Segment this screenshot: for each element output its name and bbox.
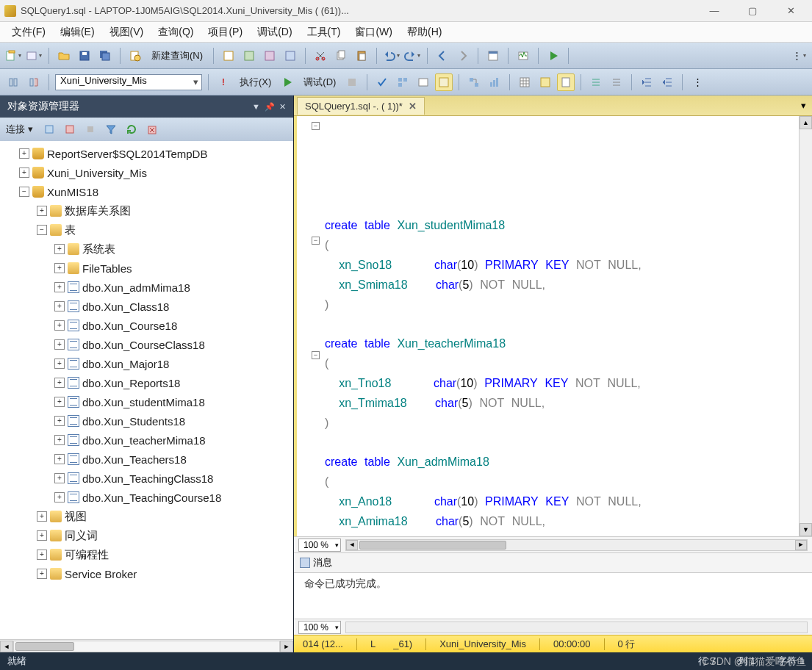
nav-fwd-button[interactable] xyxy=(454,47,472,65)
copy-button[interactable] xyxy=(332,47,350,65)
toolbar-overflow[interactable]: ⋮ xyxy=(790,47,808,65)
tree-servicebroker[interactable]: +Service Broker xyxy=(1,564,292,583)
include-plan-button[interactable] xyxy=(465,73,483,91)
tab-close-icon[interactable]: ✕ xyxy=(409,101,417,112)
tree-table-9[interactable]: +dbo.Xun_teacherMima18 xyxy=(1,431,292,450)
tree-table-12[interactable]: +dbo.Xun_TeachingCourse18 xyxy=(1,488,292,507)
dropdown-icon[interactable]: ▼ xyxy=(252,102,260,112)
menu-project[interactable]: 项目(P) xyxy=(202,24,248,41)
start-button[interactable] xyxy=(545,47,562,65)
editor-vscroll[interactable]: ▲▼ xyxy=(799,116,812,536)
code-editor[interactable]: − − − create table Xun_studentMima18 ( x… xyxy=(294,116,812,536)
deleted-oe-button[interactable] xyxy=(143,120,161,138)
tree-table-1[interactable]: +dbo.Xun_admMima18 xyxy=(1,278,292,297)
de-button-1[interactable] xyxy=(220,47,237,65)
new-query-icon[interactable] xyxy=(126,47,144,65)
tree-tables[interactable]: −表 xyxy=(1,220,292,239)
tree-synonyms[interactable]: +同义词 xyxy=(1,526,292,545)
tree-db-xunmis[interactable]: −XunMIS18 xyxy=(1,182,292,201)
maximize-button[interactable]: ▢ xyxy=(736,0,769,22)
menu-tools[interactable]: 工具(T) xyxy=(301,24,347,41)
intellisense-button[interactable] xyxy=(435,73,453,91)
tree-table-6[interactable]: +dbo.Xun_Reports18 xyxy=(1,373,292,392)
tree-db-xuni[interactable]: +Xuni_University_Mis xyxy=(1,163,292,182)
mdx-button[interactable] xyxy=(240,47,258,65)
execute-icon[interactable]: ! xyxy=(215,73,232,91)
execute-label[interactable]: 执行(X) xyxy=(235,76,276,89)
uncomment-button[interactable] xyxy=(608,73,625,91)
results-file-button[interactable] xyxy=(557,73,575,91)
tree-table-2[interactable]: +dbo.Xun_Class18 xyxy=(1,297,292,316)
tree-programmability[interactable]: +可编程性 xyxy=(1,545,292,564)
tree-table-8[interactable]: +dbo.Xun_Students18 xyxy=(1,411,292,431)
add-item-button[interactable] xyxy=(25,47,43,65)
tree-views[interactable]: +视图 xyxy=(1,507,292,526)
dmx-button[interactable] xyxy=(261,47,279,65)
specify-values-button[interactable]: ⋮ xyxy=(689,73,706,91)
menu-edit[interactable]: 编辑(E) xyxy=(54,24,101,41)
debug-play-icon[interactable] xyxy=(279,73,296,91)
filter-oe-button[interactable] xyxy=(102,120,120,138)
change-conn-button[interactable] xyxy=(25,73,43,91)
results-text-button[interactable] xyxy=(536,73,554,91)
close-panel-icon[interactable]: ✕ xyxy=(279,102,286,112)
tree-table-11[interactable]: +dbo.Xun_TeachingClass18 xyxy=(1,469,292,488)
stop-oe-button[interactable] xyxy=(82,120,99,138)
menu-query[interactable]: 查询(Q) xyxy=(152,24,199,41)
comment-button[interactable] xyxy=(587,73,605,91)
tree-table-3[interactable]: +dbo.Xun_Course18 xyxy=(1,316,292,335)
connect-button[interactable] xyxy=(4,73,22,91)
object-tree[interactable]: +ReportServer$SQL2014TempDB +Xuni_Univer… xyxy=(0,141,293,639)
disconnect-oe-button[interactable] xyxy=(61,120,79,138)
message-tab[interactable]: 消息 xyxy=(294,553,812,573)
tree-db-reportserver[interactable]: +ReportServer$SQL2014TempDB xyxy=(1,144,292,163)
tree-table-7[interactable]: +dbo.Xun_studentMima18 xyxy=(1,392,292,411)
tab-sqlquery1[interactable]: SQLQuery1.sql -. ( 1))* ✕ xyxy=(297,97,425,115)
tree-hscroll[interactable]: ◄► xyxy=(0,639,293,652)
tree-table-4[interactable]: +dbo.Xun_CourseClass18 xyxy=(1,335,292,354)
open-button[interactable] xyxy=(55,47,73,65)
save-button[interactable] xyxy=(76,47,93,65)
query-options-button[interactable] xyxy=(414,73,432,91)
tree-diagrams[interactable]: +数据库关系图 xyxy=(1,201,292,220)
paste-button[interactable] xyxy=(353,47,370,65)
refresh-oe-button[interactable] xyxy=(123,120,140,138)
connect-label[interactable]: 连接 ▾ xyxy=(4,123,37,136)
close-button[interactable]: ✕ xyxy=(774,0,808,22)
xmla-button[interactable] xyxy=(281,47,299,65)
database-combo[interactable]: Xuni_University_Mis xyxy=(55,74,202,90)
outdent-button[interactable] xyxy=(658,73,676,91)
menu-help[interactable]: 帮助(H) xyxy=(401,24,448,41)
properties-button[interactable] xyxy=(484,47,502,65)
editor-hscroll[interactable]: ◄► xyxy=(345,539,808,551)
results-grid-button[interactable] xyxy=(516,73,533,91)
tree-table-5[interactable]: +dbo.Xun_Major18 xyxy=(1,354,292,373)
save-all-button[interactable] xyxy=(96,47,114,65)
zoom-combo-msg[interactable]: 100 % xyxy=(298,621,341,634)
parse-button[interactable] xyxy=(373,73,391,91)
new-project-button[interactable] xyxy=(4,47,22,65)
tree-systables[interactable]: +系统表 xyxy=(1,239,292,259)
new-query-label[interactable]: 新建查询(N) xyxy=(147,49,207,62)
nav-back-button[interactable] xyxy=(434,47,451,65)
redo-button[interactable] xyxy=(403,47,421,65)
menu-debug[interactable]: 调试(D) xyxy=(251,24,298,41)
menu-file[interactable]: 文件(F) xyxy=(6,24,51,41)
menu-window[interactable]: 窗口(W) xyxy=(349,24,398,41)
pin-icon[interactable]: 📌 xyxy=(265,102,275,112)
include-stats-button[interactable] xyxy=(486,73,503,91)
debug-label[interactable]: 调试(D) xyxy=(299,76,340,89)
cut-button[interactable] xyxy=(312,47,329,65)
activity-monitor-button[interactable] xyxy=(514,47,532,65)
minimize-button[interactable]: — xyxy=(697,0,731,22)
tree-filetables[interactable]: +FileTables xyxy=(1,259,292,278)
undo-button[interactable] xyxy=(383,47,400,65)
indent-button[interactable] xyxy=(638,73,655,91)
zoom-combo[interactable]: 100 % xyxy=(298,538,341,552)
tree-table-10[interactable]: +dbo.Xun_Teachers18 xyxy=(1,450,292,469)
tab-list-button[interactable]: ▾ xyxy=(794,97,812,115)
connect-oe-button[interactable] xyxy=(40,120,58,138)
message-hscroll[interactable] xyxy=(345,622,808,633)
menu-view[interactable]: 视图(V) xyxy=(104,24,150,41)
estimated-plan-button[interactable] xyxy=(394,73,412,91)
